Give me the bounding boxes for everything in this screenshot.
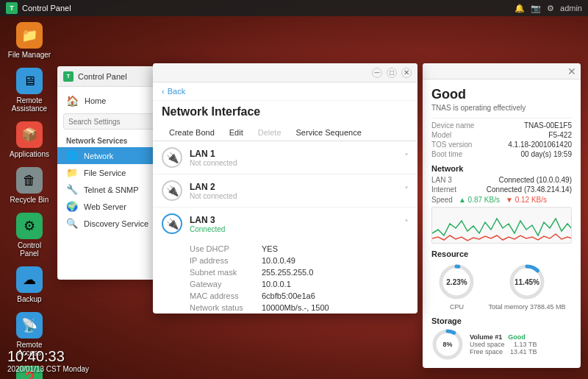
used-value: 1.13 TB bbox=[514, 341, 537, 348]
taskbar: T Control Panel 🔔 📷 ⚙ admin bbox=[0, 0, 588, 16]
lan1-item: 🔌 LAN 1 Not connected ˅ bbox=[153, 141, 417, 174]
back-label: Back bbox=[168, 87, 185, 96]
used-space-row: Used space 1.13 TB bbox=[470, 341, 537, 348]
memory-gauge-value: 11.45% bbox=[508, 263, 546, 301]
lan2-chevron-icon: ˅ bbox=[404, 185, 409, 196]
lan3-subnet-label: Subnet mask bbox=[190, 268, 256, 277]
lan1-name: LAN 1 bbox=[190, 149, 397, 159]
file-manager-icon: 📁 bbox=[16, 22, 43, 49]
sw-internet-row: Internet Connected (73.48.214.14) bbox=[431, 185, 572, 194]
admin-label: admin bbox=[560, 4, 582, 13]
applications-label: Applications bbox=[10, 150, 49, 158]
free-label: Free space bbox=[470, 348, 503, 355]
lan2-icon: 🔌 bbox=[162, 180, 182, 201]
icon-control-panel[interactable]: ⚙ ControlPanel bbox=[7, 213, 51, 258]
lan3-dhcp-value: YES bbox=[262, 244, 278, 253]
free-space-row: Free space 13.41 TB bbox=[470, 348, 537, 355]
lan3-ip-value: 10.0.0.49 bbox=[262, 256, 295, 265]
remote-assistance-icon: 🖥 bbox=[16, 68, 43, 94]
sw-internet-value: Connected (73.48.214.14) bbox=[487, 185, 572, 194]
backup-label: Backup bbox=[17, 295, 41, 303]
maximize-button[interactable]: □ bbox=[387, 68, 397, 78]
taskbar-logo: T bbox=[6, 2, 18, 14]
notification-icon[interactable]: 🔔 bbox=[514, 4, 525, 13]
file-manager-label: File Manager bbox=[8, 51, 51, 59]
control-panel-icon: ⚙ bbox=[16, 213, 43, 239]
volume-status: Good bbox=[508, 333, 526, 341]
lan3-ip-label: IP address bbox=[190, 256, 256, 265]
ni-title: Network Interface bbox=[153, 101, 417, 124]
lan2-header[interactable]: 🔌 LAN 2 Not connected ˅ bbox=[153, 174, 417, 207]
clock: 10:40:33 2020/01/13 CST Monday bbox=[7, 348, 89, 373]
lan3-mac-value: 6cbfb5:00e1a6 bbox=[262, 291, 315, 300]
ni-body: 🔌 LAN 1 Not connected ˅ 🔌 LAN 2 Not conn… bbox=[153, 141, 417, 314]
sw-model-label: Model bbox=[431, 131, 451, 139]
ni-back-button[interactable]: ‹ Back bbox=[153, 82, 417, 101]
lan3-netstatus-label: Network status bbox=[190, 303, 256, 312]
lan2-name: LAN 2 bbox=[190, 182, 397, 192]
clock-time: 10:40:33 bbox=[7, 348, 89, 365]
home-icon: 🏠 bbox=[66, 95, 79, 107]
sw-device-value: TNAS-00E1F5 bbox=[524, 121, 572, 130]
settings-icon[interactable]: ⚙ bbox=[547, 4, 554, 13]
lan3-dhcp-label: Use DHCP bbox=[190, 244, 256, 253]
sw-device-row: Device name TNAS-00E1F5 bbox=[431, 121, 572, 130]
camera-icon[interactable]: 📷 bbox=[531, 4, 541, 13]
lan1-info: LAN 1 Not connected bbox=[190, 149, 397, 167]
remote-access-icon: 📡 bbox=[16, 312, 43, 339]
cpu-label: CPU bbox=[450, 303, 464, 311]
lan3-gateway-label: Gateway bbox=[190, 280, 256, 288]
lan1-header[interactable]: 🔌 LAN 1 Not connected ˅ bbox=[153, 141, 417, 174]
service-sequence-button[interactable]: Service Sequence bbox=[289, 124, 369, 141]
webserver-icon: 🌍 bbox=[66, 201, 78, 212]
lan2-info: LAN 2 Not connected bbox=[190, 182, 397, 200]
sw-boot-row: Boot time 00 day(s) 19:59 bbox=[431, 150, 572, 158]
close-button[interactable]: ✕ bbox=[401, 68, 412, 78]
lan3-item: 🔌 LAN 3 Connected ˄ Use DHCP YES IP addr… bbox=[153, 208, 417, 314]
storage-info: Volume #1 Good Used space 1.13 TB Free s… bbox=[470, 333, 537, 355]
sw-resource-section: Resource bbox=[431, 249, 572, 258]
desktop: T Control Panel 🔔 📷 ⚙ admin 📁 File Manag… bbox=[0, 0, 588, 379]
delete-button[interactable]: Delete bbox=[251, 124, 289, 141]
sw-boot-label: Boot time bbox=[431, 150, 462, 158]
lan3-netstatus-row: Network status 10000Mb/s.-, 1500 bbox=[190, 302, 409, 314]
backup-icon: ☁ bbox=[16, 266, 43, 293]
icon-recycle-bin[interactable]: 🗑 Recycle Bin bbox=[7, 167, 51, 204]
icon-remote-assistance[interactable]: 🖥 RemoteAssistance bbox=[7, 68, 51, 113]
lan3-header[interactable]: 🔌 LAN 3 Connected ˄ bbox=[153, 208, 417, 240]
create-bond-button[interactable]: Create Bond bbox=[162, 124, 222, 141]
sw-status-sub: TNAS is operating effectively bbox=[431, 104, 572, 112]
discovery-label: Discovery Service bbox=[84, 219, 148, 228]
sw-body: Good TNAS is operating effectively Devic… bbox=[423, 79, 581, 368]
sw-model-value: F5-422 bbox=[548, 131, 572, 139]
sw-speed-label: Speed bbox=[431, 196, 453, 204]
taskbar-right: 🔔 📷 ⚙ admin bbox=[514, 4, 582, 13]
home-label: Home bbox=[85, 96, 106, 105]
network-label: Network bbox=[84, 152, 113, 160]
sw-lan3-value: Connected (10.0.0.49) bbox=[498, 176, 572, 184]
icon-applications[interactable]: 📦 Applications bbox=[7, 121, 51, 158]
sw-tos-value: 4.1.18-2001061420 bbox=[508, 141, 572, 149]
sw-internet-label: Internet bbox=[431, 185, 456, 194]
applications-icon: 📦 bbox=[16, 121, 43, 148]
sw-close-button[interactable]: ✕ bbox=[567, 65, 576, 77]
lan3-status: Connected bbox=[190, 225, 397, 233]
minimize-button[interactable]: ─ bbox=[372, 68, 382, 78]
sw-titlebar: ✕ bbox=[423, 63, 581, 79]
edit-button[interactable]: Edit bbox=[222, 124, 251, 141]
lan2-item: 🔌 LAN 2 Not connected ˅ bbox=[153, 174, 417, 208]
ni-toolbar: Create Bond Edit Delete Service Sequence bbox=[153, 124, 417, 141]
sw-status-label: Good bbox=[431, 87, 572, 102]
icon-file-manager[interactable]: 📁 File Manager bbox=[7, 22, 51, 59]
icon-backup[interactable]: ☁ Backup bbox=[7, 266, 51, 303]
network-icon: 🌐 bbox=[66, 150, 78, 161]
sw-boot-value: 00 day(s) 19:59 bbox=[521, 150, 573, 158]
storage-gauge-value: 8% bbox=[431, 328, 464, 361]
sw-speed-down: ▼ 0.12 KB/s bbox=[506, 196, 547, 204]
sw-network-section: Network bbox=[431, 164, 572, 173]
taskbar-left: T Control Panel bbox=[6, 2, 71, 14]
volume-label: Volume #1 bbox=[470, 333, 502, 341]
lan3-icon: 🔌 bbox=[162, 213, 182, 234]
free-value: 13.41 TB bbox=[510, 348, 537, 355]
sw-storage-section: Storage bbox=[431, 316, 572, 325]
